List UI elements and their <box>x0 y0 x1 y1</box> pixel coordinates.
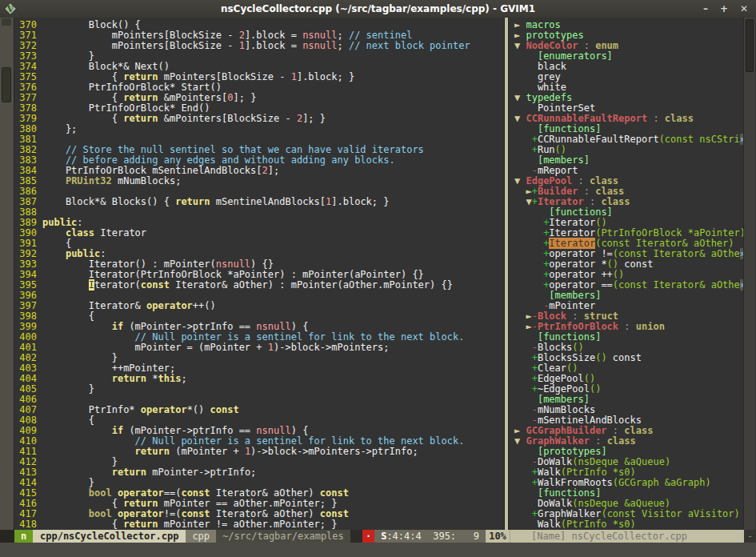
code-line[interactable]: 405 } <box>14 384 504 395</box>
code-text: } <box>42 384 94 395</box>
code-line[interactable]: 390 class Iterator <box>14 228 504 238</box>
statusbar-filetype: cpp <box>186 530 216 543</box>
stats-value: :4:4:4 <box>386 531 421 542</box>
statusbar-path: ~/src/tagbar/examples <box>216 530 350 543</box>
code-line[interactable]: 418 { return mPointer != aOther.mPointer… <box>14 519 504 530</box>
titlebar: V nsCycleCollector.cpp (~/src/tagbar/exa… <box>0 0 756 18</box>
close-button[interactable]: ✕ <box>740 3 748 14</box>
code-line[interactable]: 388 <box>14 207 504 218</box>
left-scrollbar-thumb[interactable] <box>2 67 11 102</box>
window-controls: – + ✕ <box>703 3 748 14</box>
line-number: 418 <box>14 519 37 530</box>
main-area: 370 Block() {371 mPointers[BlockSize - 2… <box>0 18 756 530</box>
window-title: nsCycleCollector.cpp (~/src/tagbar/examp… <box>0 3 756 14</box>
code-text: { return mPointer != aOther.mPointer; } <box>42 519 337 530</box>
code-text: }; <box>42 124 77 134</box>
vim-logo-icon: V <box>4 2 17 15</box>
tag-row[interactable]: Walk(PtrInfo *s0) <box>514 519 743 530</box>
statusbar-filename[interactable]: cpp/nsCycleCollector.cpp <box>33 530 186 543</box>
cursor-position: 395: 9 <box>422 531 479 542</box>
left-scrollbar[interactable] <box>0 18 14 530</box>
statusbar-left-edge <box>0 530 14 543</box>
mode-indicator: n <box>14 530 33 543</box>
right-scrollbar[interactable] <box>743 18 755 530</box>
scroll-percent: 10% <box>486 530 510 543</box>
code-line[interactable]: 380 }; <box>14 124 504 134</box>
command-line[interactable] <box>0 543 756 557</box>
tagbar-panel[interactable]: ► macros► prototypes▼ NodeColor : enum [… <box>509 18 743 530</box>
statusbar-stats: S:4:4:4 395: 9 <box>374 530 486 543</box>
statusbar: n cpp/nsCycleCollector.cpp cpp ~/src/tag… <box>0 530 756 543</box>
code-editor[interactable]: 370 Block() {371 mPointers[BlockSize - 2… <box>14 18 504 530</box>
code-line[interactable]: 379 { return &mPointers[BlockSize - 2]; … <box>14 114 504 124</box>
svg-text:V: V <box>6 4 14 14</box>
code-text: { return &mPointers[BlockSize - 2]; } <box>42 114 326 124</box>
code-text: Iterator(const Iterator& aOther) : mPoin… <box>42 280 453 291</box>
statusbar-corner: - <box>744 530 756 543</box>
right-scrollbar-thumb[interactable] <box>746 19 754 72</box>
code-text: mPointers[BlockSize - 1].block = nsnull;… <box>42 41 470 51</box>
maximize-button[interactable]: + <box>720 3 728 14</box>
code-text: PRUint32 mNumBlocks; <box>42 176 181 186</box>
left-scrollbar-top-cap <box>2 18 11 26</box>
gvim-window: V nsCycleCollector.cpp (~/src/tagbar/exa… <box>0 0 756 557</box>
code-line[interactable]: 387 Block*& Blocks() { return mSentinelA… <box>14 197 504 207</box>
modified-flag-badge: · <box>362 530 374 543</box>
tag-text: Walk(PtrInfo *s0) <box>514 519 636 530</box>
tagbar-statusline: [Name] nsCycleCollector.cpp <box>510 530 744 543</box>
code-line[interactable]: 395 Iterator(const Iterator& aOther) : m… <box>14 280 504 291</box>
statusbar-spacer <box>350 530 362 543</box>
minimize-button[interactable]: – <box>703 3 708 14</box>
code-text: Block*& Blocks() { return mSentinelAndBl… <box>42 197 390 207</box>
code-line[interactable]: 385 PRUint32 mNumBlocks; <box>14 176 504 186</box>
